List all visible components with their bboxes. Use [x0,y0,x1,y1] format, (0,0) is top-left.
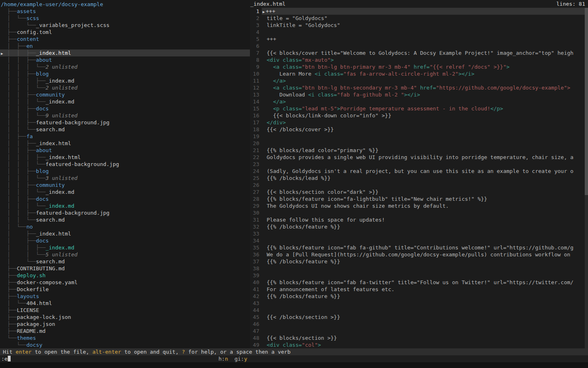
tree-row-selected[interactable]: ▶ │ │ ├──_index.html [0,49,250,56]
code-line: 26 [250,182,585,188]
tree-row[interactable]: └──docsy [0,341,250,348]
text-token: Goldydocs provides a single web UI provi… [267,154,573,160]
tree-row[interactable]: │ │ ├──community [0,91,250,98]
tree-row[interactable]: │ │ │ └──featured-background.jpg [0,161,250,168]
text-token [267,78,273,84]
tree-row[interactable]: ├──LICENSE [0,307,250,314]
preview-scrollbar-thumb[interactable] [585,8,588,195]
line-number: 40 [250,279,262,286]
status-bar: Hit enter to open the file, alt-enter to… [0,348,588,355]
tree-row[interactable]: ├──Dockerfile [0,286,250,293]
code-line-content: +++ [262,36,585,43]
line-number: 15 [250,105,262,112]
text-token: +++ [266,8,275,14]
line-number: 47 [250,328,262,334]
code-line: 35{{% blocks/feature icon="fab fa-github… [250,244,585,251]
text-token: for help, or a space then a verb [185,349,290,355]
line-number: 48 [250,334,262,341]
tree-row[interactable]: │ │ ├──about [0,56,250,63]
tree-row[interactable]: │ │ │ └──_index.md [0,188,250,195]
text-token: blog [36,168,49,174]
text-token: 2 unlisted [46,64,78,70]
tree-row[interactable]: │ │ │ └──3 unlisted [0,175,250,182]
text-token: search.md [36,126,65,132]
tree-row[interactable]: │ │ └──5 unlisted [0,251,250,258]
tree-row[interactable]: │ │ │ └──2 unlisted [0,63,250,70]
tree-row[interactable]: │ └──scss [0,15,250,22]
tree-row[interactable]: │ └──no [0,223,250,230]
tree-row[interactable]: └──themes [0,334,250,341]
tree-row[interactable]: │ │ ├──_index.html [0,140,250,147]
tree-row[interactable]: │ │ │ └──_index.md [0,98,250,105]
tree-row[interactable]: │ ├──docs [0,237,250,244]
text-token [267,99,273,105]
code-line-content [262,29,585,36]
text-token: {{% /blocks/feature %}} [267,224,340,230]
tree-row[interactable]: ├──docker-compose.yaml [0,279,250,286]
text-token: │ │ │ └── [1,189,46,195]
code-line-content [262,230,585,237]
code-line: 45{{< /blocks/section >}} [250,314,585,321]
tree-row[interactable]: │ └──search.md [0,258,250,265]
code-line-content [262,307,585,314]
tree-row[interactable]: │ │ ├──community [0,182,250,188]
tree-row[interactable]: ├──content [0,36,250,43]
code-line: 20 [250,140,585,147]
current-path[interactable]: /home/example-user/docsy-example [0,1,250,8]
text-token: └── [1,335,17,341]
text-token: The Goldydocs UI now shows chair size me… [267,203,449,209]
tree-row[interactable]: │ │ └──search.md [0,126,250,133]
tree-row[interactable]: ├──package.json [0,321,250,328]
code-line: 8<div class="mx-auto"> [250,56,585,63]
tree-row[interactable]: ├──deploy.sh [0,272,250,279]
text-token: href= [417,85,436,91]
text-token: _index.html [46,154,81,160]
tree-row[interactable]: │ │ │ └──9 unlisted [0,112,250,119]
text-token: For announcement of latest features etc. [267,286,394,292]
text-token: {{< /blocks/section >}} [267,314,340,320]
tree-row[interactable]: │ │ │ ├──_index.html [0,154,250,161]
tree-row[interactable]: ├──config.toml [0,29,250,36]
text-token: │ │ ├── [1,71,36,77]
tree-row[interactable]: ├──package-lock.json [0,314,250,321]
tree-row[interactable]: │ │ ├──blog [0,70,250,77]
tree-row[interactable]: │ │ │ └──_index.md [0,202,250,209]
text-token: > [318,342,321,348]
text-token: </a> [273,78,286,84]
code-line: 4 [250,29,585,36]
text-token: │ │ │ └── [1,175,46,181]
tree-row[interactable]: │ └──404.html [0,300,250,307]
code-line: 36We do a [Pull Request](https://github.… [250,251,585,258]
tree-row[interactable]: │ ├──en [0,43,250,49]
tree-row[interactable]: │ │ ├──blog [0,168,250,175]
preview-scrollbar-track[interactable] [585,8,588,348]
tree-row[interactable]: │ └──_variables_project.scss [0,22,250,29]
tree-row[interactable]: │ │ ├──about [0,147,250,154]
code-line-content [262,209,585,216]
line-number: 28 [250,195,262,202]
tree-row[interactable]: │ │ │ └──2 unlisted [0,84,250,91]
text-token: {{% blocks/lead color="primary" %}} [267,147,379,153]
tree-row[interactable]: ├──README.md [0,328,250,334]
tree-row[interactable]: ├──assets [0,8,250,15]
text-token: y [244,356,247,362]
tree-row[interactable]: │ │ ├──featured-background.jpg [0,119,250,126]
line-number: 18 [250,126,262,133]
tree-row[interactable]: │ │ └──search.md [0,216,250,223]
tree-row[interactable]: │ │ ├──featured-background.jpg [0,209,250,216]
line-number: 49 [250,341,262,348]
tree-row[interactable]: │ │ ├──docs [0,105,250,112]
tree-row[interactable]: ├──CONTRIBUTING.md [0,265,250,272]
tree-row[interactable]: │ │ │ ├──_index.md [0,77,250,84]
code-line: 37{{% /blocks/feature %}} [250,258,585,265]
tree-row[interactable]: │ ├──fa [0,133,250,140]
command-input-row[interactable]: :e h:n gi:y [0,355,588,362]
tree-row[interactable]: │ │ ├──_index.md [0,244,250,251]
tree-row[interactable]: │ ├──_index.html [0,230,250,237]
tree-row[interactable]: │ │ ├──docs [0,195,250,202]
text-token: to open and quit, [121,349,182,355]
command-input[interactable]: :e [1,355,11,362]
text-token: ├── [1,328,17,334]
tree-row[interactable]: ├──layouts [0,293,250,300]
code-line-content [262,321,585,328]
